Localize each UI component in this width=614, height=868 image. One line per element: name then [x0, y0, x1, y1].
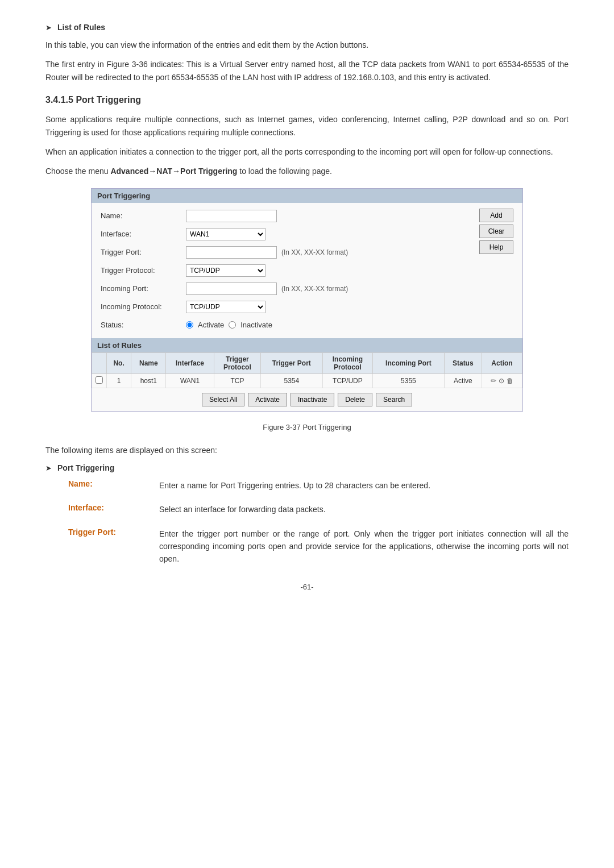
toggle-icon[interactable]: ⊙ — [499, 377, 504, 385]
list-of-rules-title: List of Rules — [57, 23, 105, 32]
section-heading: 3.4.1.5 Port Triggering — [45, 95, 569, 105]
row-trigger-port: 5354 — [261, 373, 322, 388]
interface-label: Interface: — [101, 230, 186, 238]
th-status: Status — [444, 352, 482, 373]
action-icons-group: ✏ ⊙ 🗑 — [486, 377, 518, 385]
status-radio-group: Activate Inactivate — [186, 321, 272, 329]
desc-interface-label-col: Interface: — [45, 503, 159, 516]
select-all-button[interactable]: Select All — [202, 393, 244, 406]
interface-row: Interface: WAN1 — [101, 227, 513, 242]
desc-name-label-col: Name: — [45, 479, 159, 492]
trigger-port-row: Trigger Port: (In XX, XX-XX format) — [101, 245, 513, 260]
th-trigger-port: Trigger Port — [261, 352, 322, 373]
desc-interface-term: Interface: — [68, 503, 159, 512]
incoming-port-input[interactable] — [186, 283, 277, 295]
trigger-protocol-label: Trigger Protocol: — [101, 266, 186, 275]
status-label: Status: — [101, 321, 186, 329]
choose-menu-text: Choose the menu Advanced→NAT→Port Trigge… — [45, 165, 569, 177]
row-no: 1 — [107, 373, 131, 388]
trigger-port-input[interactable] — [186, 246, 277, 259]
desc-trigger-port-term: Trigger Port: — [68, 528, 159, 537]
th-incoming-protocol: IncomingProtocol — [322, 352, 373, 373]
row-trigger-protocol: TCP — [214, 373, 260, 388]
list-of-rules-bullet: ➤ List of Rules — [45, 23, 569, 32]
th-name: Name — [131, 352, 166, 373]
activate-label: Activate — [198, 321, 224, 329]
port-triggering-ui-box: Port Triggering Add Clear Help Name: Int… — [91, 188, 523, 412]
inactivate-radio[interactable] — [229, 321, 236, 329]
status-row: Status: Activate Inactivate — [101, 318, 513, 333]
incoming-port-hint: (In XX, XX-XX format) — [281, 285, 348, 293]
trigger-port-label: Trigger Port: — [101, 248, 186, 256]
row-incoming-protocol: TCP/UDP — [322, 373, 373, 388]
delete-icon[interactable]: 🗑 — [507, 377, 513, 385]
desc-interface-content: Select an interface for forwarding data … — [159, 503, 569, 516]
desc-name-term: Name: — [68, 479, 159, 488]
desc-name-row: Name: Enter a name for Port Triggering e… — [45, 479, 569, 492]
desc-trigger-port-row: Trigger Port: Enter the trigger port num… — [45, 528, 569, 566]
page-number: -61- — [45, 583, 569, 591]
trigger-port-hint: (In XX, XX-XX format) — [281, 248, 348, 256]
inactivate-button[interactable]: Inactivate — [291, 393, 334, 406]
side-buttons-group: Add Clear Help — [479, 209, 513, 254]
virtual-server-text: The first entry in Figure 3-36 indicates… — [45, 58, 569, 84]
port-triggering-bullet: ➤ Port Triggering — [45, 463, 569, 472]
incoming-port-row: Incoming Port: (In XX, XX-XX format) — [101, 281, 513, 296]
description-section: Name: Enter a name for Port Triggering e… — [45, 479, 569, 566]
delete-button[interactable]: Delete — [338, 393, 372, 406]
choose-menu-bold: Advanced→NAT→Port Triggering — [110, 167, 237, 176]
th-trigger-protocol: TriggerProtocol — [214, 352, 260, 373]
inactivate-label: Inactivate — [240, 321, 272, 329]
bullet-arrow2-icon: ➤ — [45, 464, 52, 472]
rules-table: No. Name Interface TriggerProtocol Trigg… — [92, 352, 522, 388]
th-checkbox — [92, 352, 107, 373]
port-triggering-form: Add Clear Help Name: Interface: WAN1 Tri… — [92, 203, 522, 338]
port-triggering-box-header: Port Triggering — [92, 189, 522, 203]
incoming-protocol-select[interactable]: TCP/UDP — [186, 301, 265, 313]
port-triggering-bullet-title: Port Triggering — [57, 463, 114, 472]
list-of-rules-intro-text: In this table, you can view the informat… — [45, 39, 569, 51]
row-interface: WAN1 — [166, 373, 214, 388]
name-input[interactable] — [186, 210, 277, 222]
bottom-buttons-group: Select All Activate Inactivate Delete Se… — [92, 388, 522, 411]
following-items-text: The following items are displayed on thi… — [45, 444, 569, 456]
help-button[interactable]: Help — [479, 240, 513, 254]
row-status: Active — [444, 373, 482, 388]
para2: When an application initiates a connecti… — [45, 146, 569, 158]
th-interface: Interface — [166, 352, 214, 373]
bullet-arrow-icon: ➤ — [45, 23, 52, 32]
table-header-row: No. Name Interface TriggerProtocol Trigg… — [92, 352, 522, 373]
table-row: 1 host1 WAN1 TCP 5354 TCP/UDP 5355 Activ… — [92, 373, 522, 388]
desc-interface-row: Interface: Select an interface for forwa… — [45, 503, 569, 516]
desc-trigger-port-label-col: Trigger Port: — [45, 528, 159, 566]
th-no: No. — [107, 352, 131, 373]
desc-trigger-port-content: Enter the trigger port number or the ran… — [159, 528, 569, 566]
th-incoming-port: Incoming Port — [373, 352, 444, 373]
edit-icon[interactable]: ✏ — [491, 377, 496, 385]
search-button[interactable]: Search — [376, 393, 412, 406]
activate-radio[interactable] — [186, 321, 193, 329]
clear-button[interactable]: Clear — [479, 225, 513, 238]
para1: Some applications require multiple conne… — [45, 113, 569, 139]
incoming-protocol-label: Incoming Protocol: — [101, 302, 186, 311]
row-action: ✏ ⊙ 🗑 — [482, 373, 522, 388]
trigger-protocol-row: Trigger Protocol: TCP/UDP — [101, 263, 513, 278]
activate-button[interactable]: Activate — [248, 393, 287, 406]
row-name: host1 — [131, 373, 166, 388]
list-of-rules-header: List of Rules — [92, 338, 522, 352]
row-incoming-port: 5355 — [373, 373, 444, 388]
figure-caption: Figure 3-37 Port Triggering — [45, 422, 569, 434]
trigger-protocol-select[interactable]: TCP/UDP — [186, 264, 265, 277]
incoming-protocol-row: Incoming Protocol: TCP/UDP — [101, 300, 513, 314]
row-checkbox[interactable] — [96, 376, 103, 384]
name-label: Name: — [101, 211, 186, 220]
row-checkbox-cell — [92, 373, 107, 388]
desc-name-content: Enter a name for Port Triggering entries… — [159, 479, 569, 492]
incoming-port-label: Incoming Port: — [101, 284, 186, 293]
interface-select[interactable]: WAN1 — [186, 228, 265, 240]
add-button[interactable]: Add — [479, 209, 513, 222]
name-row: Name: — [101, 209, 513, 223]
th-action: Action — [482, 352, 522, 373]
